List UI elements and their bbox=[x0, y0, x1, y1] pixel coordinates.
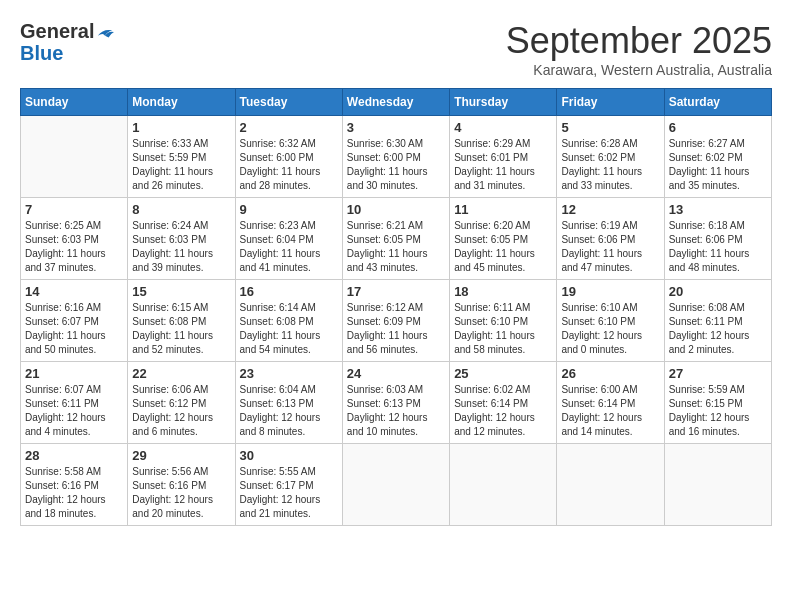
day-info: Sunrise: 5:58 AM Sunset: 6:16 PM Dayligh… bbox=[25, 465, 123, 521]
day-number: 21 bbox=[25, 366, 123, 381]
day-number: 15 bbox=[132, 284, 230, 299]
calendar-cell bbox=[664, 444, 771, 526]
day-info: Sunrise: 6:21 AM Sunset: 6:05 PM Dayligh… bbox=[347, 219, 445, 275]
calendar-cell: 26Sunrise: 6:00 AM Sunset: 6:14 PM Dayli… bbox=[557, 362, 664, 444]
day-info: Sunrise: 5:55 AM Sunset: 6:17 PM Dayligh… bbox=[240, 465, 338, 521]
calendar-header-row: SundayMondayTuesdayWednesdayThursdayFrid… bbox=[21, 89, 772, 116]
day-info: Sunrise: 6:06 AM Sunset: 6:12 PM Dayligh… bbox=[132, 383, 230, 439]
calendar-cell: 24Sunrise: 6:03 AM Sunset: 6:13 PM Dayli… bbox=[342, 362, 449, 444]
logo-blue: Blue bbox=[20, 42, 63, 64]
calendar-cell bbox=[450, 444, 557, 526]
calendar-week-0: 1Sunrise: 6:33 AM Sunset: 5:59 PM Daylig… bbox=[21, 116, 772, 198]
day-info: Sunrise: 6:11 AM Sunset: 6:10 PM Dayligh… bbox=[454, 301, 552, 357]
calendar-cell: 7Sunrise: 6:25 AM Sunset: 6:03 PM Daylig… bbox=[21, 198, 128, 280]
calendar-week-4: 28Sunrise: 5:58 AM Sunset: 6:16 PM Dayli… bbox=[21, 444, 772, 526]
day-number: 25 bbox=[454, 366, 552, 381]
day-number: 16 bbox=[240, 284, 338, 299]
day-info: Sunrise: 6:08 AM Sunset: 6:11 PM Dayligh… bbox=[669, 301, 767, 357]
day-header-wednesday: Wednesday bbox=[342, 89, 449, 116]
page-header: General Blue September 2025 Karawara, We… bbox=[20, 20, 772, 78]
day-number: 30 bbox=[240, 448, 338, 463]
calendar-cell: 3Sunrise: 6:30 AM Sunset: 6:00 PM Daylig… bbox=[342, 116, 449, 198]
day-info: Sunrise: 6:18 AM Sunset: 6:06 PM Dayligh… bbox=[669, 219, 767, 275]
calendar-cell: 16Sunrise: 6:14 AM Sunset: 6:08 PM Dayli… bbox=[235, 280, 342, 362]
calendar-cell: 21Sunrise: 6:07 AM Sunset: 6:11 PM Dayli… bbox=[21, 362, 128, 444]
title-area: September 2025 Karawara, Western Austral… bbox=[506, 20, 772, 78]
month-title: September 2025 bbox=[506, 20, 772, 62]
calendar-cell: 6Sunrise: 6:27 AM Sunset: 6:02 PM Daylig… bbox=[664, 116, 771, 198]
day-info: Sunrise: 6:24 AM Sunset: 6:03 PM Dayligh… bbox=[132, 219, 230, 275]
day-info: Sunrise: 6:00 AM Sunset: 6:14 PM Dayligh… bbox=[561, 383, 659, 439]
calendar-cell: 2Sunrise: 6:32 AM Sunset: 6:00 PM Daylig… bbox=[235, 116, 342, 198]
day-info: Sunrise: 6:03 AM Sunset: 6:13 PM Dayligh… bbox=[347, 383, 445, 439]
day-number: 5 bbox=[561, 120, 659, 135]
day-header-sunday: Sunday bbox=[21, 89, 128, 116]
day-number: 13 bbox=[669, 202, 767, 217]
day-info: Sunrise: 6:20 AM Sunset: 6:05 PM Dayligh… bbox=[454, 219, 552, 275]
day-header-saturday: Saturday bbox=[664, 89, 771, 116]
calendar-cell bbox=[557, 444, 664, 526]
day-info: Sunrise: 6:23 AM Sunset: 6:04 PM Dayligh… bbox=[240, 219, 338, 275]
day-info: Sunrise: 6:15 AM Sunset: 6:08 PM Dayligh… bbox=[132, 301, 230, 357]
calendar-cell bbox=[342, 444, 449, 526]
day-number: 20 bbox=[669, 284, 767, 299]
day-info: Sunrise: 6:29 AM Sunset: 6:01 PM Dayligh… bbox=[454, 137, 552, 193]
day-number: 19 bbox=[561, 284, 659, 299]
day-info: Sunrise: 6:25 AM Sunset: 6:03 PM Dayligh… bbox=[25, 219, 123, 275]
day-info: Sunrise: 6:12 AM Sunset: 6:09 PM Dayligh… bbox=[347, 301, 445, 357]
logo: General Blue bbox=[20, 20, 114, 64]
bird-icon bbox=[96, 26, 114, 40]
day-info: Sunrise: 6:27 AM Sunset: 6:02 PM Dayligh… bbox=[669, 137, 767, 193]
logo-general: General bbox=[20, 20, 94, 42]
day-number: 8 bbox=[132, 202, 230, 217]
day-info: Sunrise: 6:07 AM Sunset: 6:11 PM Dayligh… bbox=[25, 383, 123, 439]
calendar-cell: 27Sunrise: 5:59 AM Sunset: 6:15 PM Dayli… bbox=[664, 362, 771, 444]
day-number: 2 bbox=[240, 120, 338, 135]
calendar-cell: 12Sunrise: 6:19 AM Sunset: 6:06 PM Dayli… bbox=[557, 198, 664, 280]
day-number: 12 bbox=[561, 202, 659, 217]
day-number: 22 bbox=[132, 366, 230, 381]
day-number: 6 bbox=[669, 120, 767, 135]
location-subtitle: Karawara, Western Australia, Australia bbox=[506, 62, 772, 78]
day-header-monday: Monday bbox=[128, 89, 235, 116]
calendar-cell: 25Sunrise: 6:02 AM Sunset: 6:14 PM Dayli… bbox=[450, 362, 557, 444]
calendar-cell: 29Sunrise: 5:56 AM Sunset: 6:16 PM Dayli… bbox=[128, 444, 235, 526]
day-number: 9 bbox=[240, 202, 338, 217]
calendar-cell: 8Sunrise: 6:24 AM Sunset: 6:03 PM Daylig… bbox=[128, 198, 235, 280]
day-number: 18 bbox=[454, 284, 552, 299]
calendar-cell: 18Sunrise: 6:11 AM Sunset: 6:10 PM Dayli… bbox=[450, 280, 557, 362]
day-header-friday: Friday bbox=[557, 89, 664, 116]
day-number: 23 bbox=[240, 366, 338, 381]
day-info: Sunrise: 6:30 AM Sunset: 6:00 PM Dayligh… bbox=[347, 137, 445, 193]
day-header-thursday: Thursday bbox=[450, 89, 557, 116]
calendar-week-3: 21Sunrise: 6:07 AM Sunset: 6:11 PM Dayli… bbox=[21, 362, 772, 444]
calendar-cell: 5Sunrise: 6:28 AM Sunset: 6:02 PM Daylig… bbox=[557, 116, 664, 198]
calendar-table: SundayMondayTuesdayWednesdayThursdayFrid… bbox=[20, 88, 772, 526]
calendar-cell: 30Sunrise: 5:55 AM Sunset: 6:17 PM Dayli… bbox=[235, 444, 342, 526]
calendar-cell: 20Sunrise: 6:08 AM Sunset: 6:11 PM Dayli… bbox=[664, 280, 771, 362]
day-info: Sunrise: 6:02 AM Sunset: 6:14 PM Dayligh… bbox=[454, 383, 552, 439]
day-number: 29 bbox=[132, 448, 230, 463]
calendar-cell: 1Sunrise: 6:33 AM Sunset: 5:59 PM Daylig… bbox=[128, 116, 235, 198]
calendar-cell: 14Sunrise: 6:16 AM Sunset: 6:07 PM Dayli… bbox=[21, 280, 128, 362]
calendar-cell: 22Sunrise: 6:06 AM Sunset: 6:12 PM Dayli… bbox=[128, 362, 235, 444]
calendar-cell: 11Sunrise: 6:20 AM Sunset: 6:05 PM Dayli… bbox=[450, 198, 557, 280]
day-info: Sunrise: 6:16 AM Sunset: 6:07 PM Dayligh… bbox=[25, 301, 123, 357]
day-info: Sunrise: 6:04 AM Sunset: 6:13 PM Dayligh… bbox=[240, 383, 338, 439]
day-number: 27 bbox=[669, 366, 767, 381]
calendar-cell: 23Sunrise: 6:04 AM Sunset: 6:13 PM Dayli… bbox=[235, 362, 342, 444]
day-number: 10 bbox=[347, 202, 445, 217]
day-info: Sunrise: 6:33 AM Sunset: 5:59 PM Dayligh… bbox=[132, 137, 230, 193]
calendar-cell: 4Sunrise: 6:29 AM Sunset: 6:01 PM Daylig… bbox=[450, 116, 557, 198]
calendar-cell bbox=[21, 116, 128, 198]
calendar-week-2: 14Sunrise: 6:16 AM Sunset: 6:07 PM Dayli… bbox=[21, 280, 772, 362]
calendar-week-1: 7Sunrise: 6:25 AM Sunset: 6:03 PM Daylig… bbox=[21, 198, 772, 280]
day-number: 3 bbox=[347, 120, 445, 135]
calendar-cell: 15Sunrise: 6:15 AM Sunset: 6:08 PM Dayli… bbox=[128, 280, 235, 362]
day-number: 7 bbox=[25, 202, 123, 217]
calendar-cell: 28Sunrise: 5:58 AM Sunset: 6:16 PM Dayli… bbox=[21, 444, 128, 526]
day-number: 1 bbox=[132, 120, 230, 135]
day-number: 4 bbox=[454, 120, 552, 135]
day-number: 17 bbox=[347, 284, 445, 299]
day-number: 28 bbox=[25, 448, 123, 463]
